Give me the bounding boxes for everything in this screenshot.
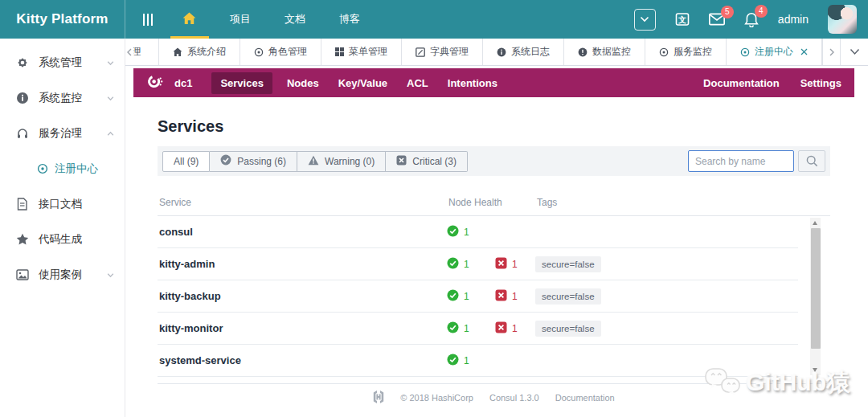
sidebar-item-label: 代码生成 [39, 232, 82, 247]
chevron-right-icon [829, 48, 835, 56]
sidebar-item-system-monitor[interactable]: 系统监控 [0, 80, 125, 116]
star-icon [16, 233, 31, 246]
sidebar-item-code-generator[interactable]: 代码生成 [0, 222, 125, 257]
table-row-consul[interactable]: consul 1 [158, 216, 798, 248]
nav-blog-button[interactable]: 博客 [322, 0, 377, 39]
nav-project-button[interactable]: 项目 [213, 0, 268, 39]
tab-system-log[interactable]: 系统日志 [483, 39, 564, 65]
scroll-down-arrow-icon [813, 368, 817, 372]
tab-system-intro[interactable]: 系统介绍 [159, 39, 240, 65]
document-icon [16, 198, 31, 211]
tab-label: 服务监控 [674, 45, 712, 59]
consul-nav-documentation[interactable]: Documentation [703, 77, 780, 89]
table-row-systemd-service[interactable]: systemd-service 1 [158, 345, 798, 377]
sidebar-item-system-management[interactable]: 系统管理 [0, 45, 125, 80]
sidebar-item-use-cases[interactable]: 使用案例 [0, 257, 125, 292]
passing-count: 1 [464, 227, 469, 238]
passing-icon [447, 225, 459, 239]
warning-icon [578, 47, 588, 57]
consul-logo-icon[interactable] [146, 73, 163, 92]
critical-icon [495, 289, 507, 304]
dropdown-box-button[interactable] [634, 9, 656, 31]
translate-button[interactable]: 文 [675, 12, 690, 27]
passing-icon [447, 354, 459, 368]
table-row-kitty-backup[interactable]: kitty-backup 1 1 secure=false [158, 280, 798, 313]
service-name[interactable]: kitty-monitor [158, 322, 447, 334]
sidebar-item-registry-center[interactable]: 注册中心 [0, 151, 125, 186]
passing-icon [447, 321, 459, 336]
critical-icon [495, 257, 507, 272]
avatar[interactable] [828, 5, 857, 34]
eye-icon [37, 163, 50, 174]
hashicorp-logo-icon [373, 390, 384, 405]
consul-nav-intentions[interactable]: Intentions [448, 77, 497, 89]
tab-menu-management[interactable]: 菜单管理 [321, 39, 402, 65]
table-scrollbar[interactable] [810, 218, 821, 375]
messages-button[interactable]: 5 [709, 13, 725, 26]
filter-all-button[interactable]: All (9) [162, 151, 210, 172]
chevron-down-icon [640, 16, 649, 22]
notifications-badge: 4 [755, 5, 768, 18]
filter-warning-button[interactable]: Warning (0) [297, 151, 386, 172]
grid-icon [335, 47, 344, 56]
consul-nav-services[interactable]: Services [211, 72, 272, 94]
service-name[interactable]: kitty-backup [158, 290, 447, 302]
tab-partial[interactable]: 管理 [133, 39, 159, 65]
passing-count: 1 [464, 355, 469, 366]
consul-dc-selector[interactable]: dc1 [174, 77, 192, 89]
table-row-kitty-admin[interactable]: kitty-admin 1 1 secure=false [158, 248, 798, 280]
tab-service-monitor[interactable]: 服务监控 [645, 39, 727, 65]
tab-bar: 管理 系统介绍 角色管理 菜单管理 字典管理 [125, 39, 868, 66]
chevron-left-icon [126, 48, 133, 56]
nav-home-button[interactable] [166, 0, 213, 39]
edit-icon [416, 47, 425, 57]
service-name[interactable]: consul [158, 226, 447, 238]
tab-options-button[interactable] [840, 39, 868, 65]
tab-scroll-right-button[interactable] [822, 39, 840, 65]
table-body: consul 1 kitty-admin 1 1 [158, 216, 830, 377]
passing-icon [447, 257, 459, 272]
tab-registry-center[interactable]: 注册中心 [727, 39, 822, 65]
chevron-up-icon [106, 129, 115, 138]
consul-nav-keyvalue[interactable]: Key/Value [338, 77, 387, 89]
image-icon [16, 269, 31, 280]
search-button[interactable] [798, 150, 825, 172]
nav-docs-button[interactable]: 文档 [268, 0, 322, 39]
tab-close-icon[interactable] [800, 48, 808, 55]
passing-count: 1 [464, 291, 469, 302]
consul-nav-acl[interactable]: ACL [407, 77, 428, 89]
service-name[interactable]: systemd-service [158, 354, 447, 366]
critical-count: 1 [512, 259, 518, 270]
header-right: 文 5 4 admin [634, 0, 868, 39]
filter-critical-button[interactable]: Critical (3) [386, 151, 468, 172]
sidebar-item-service-governance[interactable]: 服务治理 [0, 116, 125, 151]
sidebar-item-api-docs[interactable]: 接口文档 [0, 186, 125, 222]
sidebar: 系统管理 系统监控 服务治理 注册中心 [0, 39, 125, 417]
sidebar-item-label: 注册中心 [55, 161, 98, 176]
consul-nav-nodes[interactable]: Nodes [287, 77, 319, 89]
page-title: Services [158, 117, 830, 136]
tab-scroll-left-button[interactable] [125, 39, 133, 65]
home-icon [182, 12, 196, 27]
search-input[interactable] [688, 150, 794, 172]
eye-icon [254, 47, 264, 57]
tab-label: 数据监控 [592, 45, 631, 59]
warning-triangle-icon [308, 155, 319, 168]
sidebar-collapse-button[interactable] [130, 0, 166, 39]
tag-badge: secure=false [535, 256, 601, 272]
footer-documentation-link[interactable]: Documentation [555, 393, 615, 403]
consul-nav-settings[interactable]: Settings [800, 77, 841, 89]
notifications-button[interactable]: 4 [744, 12, 759, 27]
sidebar-item-label: 系统管理 [39, 55, 82, 70]
footer-version: Consul 1.3.0 [489, 393, 539, 403]
tab-role-management[interactable]: 角色管理 [240, 39, 321, 65]
tab-dict-management[interactable]: 字典管理 [402, 39, 483, 65]
gear-icon [16, 56, 31, 69]
tab-data-monitor[interactable]: 数据监控 [564, 39, 645, 65]
tab-label: 角色管理 [268, 45, 307, 59]
username-label[interactable]: admin [778, 13, 809, 26]
consul-nav: dc1 Services Nodes Key/Value ACL Intenti… [133, 68, 854, 97]
filter-passing-button[interactable]: Passing (6) [210, 151, 297, 172]
service-name[interactable]: kitty-admin [158, 258, 447, 270]
table-row-kitty-monitor[interactable]: kitty-monitor 1 1 secure=false [158, 313, 798, 345]
